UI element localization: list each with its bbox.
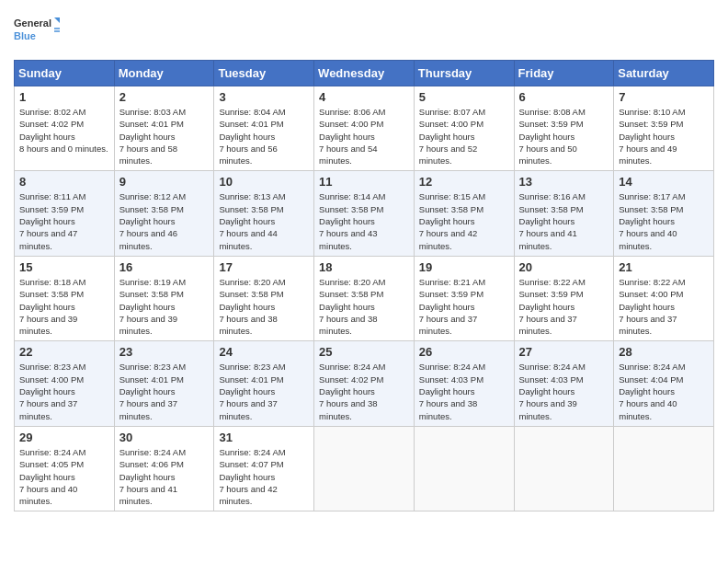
- sunrise-label: Sunrise: 8:22 AM: [619, 277, 685, 287]
- daylight-value: 7 hours and 41 minutes.: [519, 228, 577, 250]
- day-number: 22: [19, 345, 109, 359]
- daylight-value: 7 hours and 43 minutes.: [319, 228, 377, 250]
- day-info: Sunrise: 8:16 AM Sunset: 3:58 PM Dayligh…: [519, 190, 609, 251]
- calendar-cell: 9 Sunrise: 8:12 AM Sunset: 3:58 PM Dayli…: [114, 171, 214, 256]
- calendar-header-row: SundayMondayTuesdayWednesdayThursdayFrid…: [15, 61, 714, 86]
- daylight-label: Daylight hours: [19, 216, 75, 226]
- day-info: Sunrise: 8:22 AM Sunset: 3:59 PM Dayligh…: [519, 276, 609, 337]
- daylight-value: 7 hours and 42 minutes.: [219, 484, 277, 506]
- sunset-label: Sunset: 4:03 PM: [419, 374, 483, 385]
- daylight-value: 7 hours and 37 minutes.: [419, 314, 477, 336]
- day-info: Sunrise: 8:07 AM Sunset: 4:00 PM Dayligh…: [419, 106, 509, 167]
- sunset-label: Sunset: 4:01 PM: [119, 374, 184, 385]
- day-number: 23: [119, 345, 210, 359]
- daylight-value: 7 hours and 42 minutes.: [419, 228, 477, 250]
- day-number: 15: [19, 260, 109, 274]
- daylight-label: Daylight hours: [319, 216, 375, 226]
- logo: General Blue: [14, 14, 60, 52]
- daylight-label: Daylight hours: [119, 386, 176, 396]
- calendar-cell: 12 Sunrise: 8:15 AM Sunset: 3:58 PM Dayl…: [414, 171, 514, 256]
- daylight-label: Daylight hours: [19, 386, 75, 396]
- sunrise-label: Sunrise: 8:24 AM: [419, 362, 485, 372]
- daylight-value: 7 hours and 56 minutes.: [219, 144, 277, 166]
- calendar-cell: 27 Sunrise: 8:24 AM Sunset: 4:03 PM Dayl…: [514, 341, 614, 426]
- day-info: Sunrise: 8:17 AM Sunset: 3:58 PM Dayligh…: [619, 190, 709, 251]
- day-info: Sunrise: 8:19 AM Sunset: 3:58 PM Dayligh…: [119, 276, 210, 337]
- sunrise-label: Sunrise: 8:06 AM: [319, 107, 385, 117]
- calendar-cell: 22 Sunrise: 8:23 AM Sunset: 4:00 PM Dayl…: [15, 341, 115, 426]
- day-info: Sunrise: 8:02 AM Sunset: 4:02 PM Dayligh…: [19, 106, 109, 155]
- sunrise-label: Sunrise: 8:12 AM: [119, 191, 186, 201]
- sunrise-label: Sunrise: 8:11 AM: [19, 191, 85, 201]
- calendar-cell: 5 Sunrise: 8:07 AM Sunset: 4:00 PM Dayli…: [414, 86, 514, 171]
- sunrise-label: Sunrise: 8:24 AM: [119, 447, 186, 457]
- sunrise-label: Sunrise: 8:23 AM: [119, 362, 186, 372]
- day-number: 7: [619, 90, 709, 104]
- sunrise-label: Sunrise: 8:24 AM: [19, 447, 85, 457]
- daylight-label: Daylight hours: [419, 216, 475, 226]
- calendar-header-wednesday: Wednesday: [314, 61, 415, 86]
- calendar-cell: 2 Sunrise: 8:03 AM Sunset: 4:01 PM Dayli…: [114, 86, 214, 171]
- daylight-value: 7 hours and 41 minutes.: [119, 484, 177, 506]
- sunset-label: Sunset: 3:59 PM: [19, 204, 84, 214]
- calendar-header-friday: Friday: [514, 61, 614, 86]
- day-number: 9: [119, 175, 210, 189]
- day-info: Sunrise: 8:13 AM Sunset: 3:58 PM Dayligh…: [219, 190, 309, 251]
- sunset-label: Sunset: 4:05 PM: [19, 459, 84, 469]
- svg-text:General: General: [14, 17, 51, 29]
- day-number: 29: [19, 431, 109, 444]
- calendar-cell: 19 Sunrise: 8:21 AM Sunset: 3:59 PM Dayl…: [414, 256, 514, 340]
- logo-svg: General Blue: [14, 14, 60, 52]
- day-number: 18: [319, 260, 409, 274]
- day-number: 12: [419, 175, 509, 189]
- sunrise-label: Sunrise: 8:23 AM: [19, 362, 85, 372]
- daylight-value: 7 hours and 46 minutes.: [119, 228, 177, 250]
- sunrise-label: Sunrise: 8:20 AM: [319, 277, 385, 287]
- sunset-label: Sunset: 4:04 PM: [619, 374, 683, 385]
- sunset-label: Sunset: 4:03 PM: [519, 374, 584, 385]
- day-number: 26: [419, 345, 509, 359]
- sunrise-label: Sunrise: 8:14 AM: [319, 191, 385, 201]
- daylight-label: Daylight hours: [19, 472, 75, 482]
- day-number: 31: [219, 431, 309, 444]
- calendar-cell: 21 Sunrise: 8:22 AM Sunset: 4:00 PM Dayl…: [614, 256, 714, 340]
- calendar-header-saturday: Saturday: [614, 61, 714, 86]
- day-info: Sunrise: 8:21 AM Sunset: 3:59 PM Dayligh…: [419, 276, 509, 337]
- daylight-label: Daylight hours: [519, 132, 575, 142]
- calendar-week-3: 15 Sunrise: 8:18 AM Sunset: 3:58 PM Dayl…: [15, 256, 714, 340]
- daylight-value: 7 hours and 40 minutes.: [19, 484, 77, 506]
- day-info: Sunrise: 8:03 AM Sunset: 4:01 PM Dayligh…: [119, 106, 210, 167]
- calendar-cell: 8 Sunrise: 8:11 AM Sunset: 3:59 PM Dayli…: [15, 171, 115, 256]
- daylight-value: 7 hours and 52 minutes.: [419, 144, 477, 166]
- calendar-cell: 17 Sunrise: 8:20 AM Sunset: 3:58 PM Dayl…: [214, 256, 314, 340]
- calendar-cell: 30 Sunrise: 8:24 AM Sunset: 4:06 PM Dayl…: [114, 426, 214, 511]
- sunset-label: Sunset: 3:59 PM: [419, 289, 483, 299]
- calendar-week-4: 22 Sunrise: 8:23 AM Sunset: 4:00 PM Dayl…: [15, 341, 714, 426]
- sunset-label: Sunset: 3:58 PM: [119, 204, 184, 214]
- sunset-label: Sunset: 4:00 PM: [619, 289, 683, 299]
- calendar-table: SundayMondayTuesdayWednesdayThursdayFrid…: [14, 60, 714, 511]
- sunset-label: Sunset: 4:00 PM: [419, 119, 483, 129]
- calendar-header-tuesday: Tuesday: [214, 61, 314, 86]
- sunset-label: Sunset: 4:00 PM: [19, 374, 84, 385]
- day-number: 1: [19, 90, 109, 104]
- sunrise-label: Sunrise: 8:02 AM: [19, 107, 85, 117]
- daylight-value: 7 hours and 40 minutes.: [619, 228, 677, 250]
- daylight-label: Daylight hours: [519, 302, 575, 312]
- daylight-label: Daylight hours: [519, 216, 575, 226]
- day-number: 30: [119, 431, 210, 444]
- sunset-label: Sunset: 3:58 PM: [619, 204, 683, 214]
- calendar-cell: 13 Sunrise: 8:16 AM Sunset: 3:58 PM Dayl…: [514, 171, 614, 256]
- day-info: Sunrise: 8:18 AM Sunset: 3:58 PM Dayligh…: [19, 276, 109, 337]
- daylight-label: Daylight hours: [419, 386, 475, 396]
- day-info: Sunrise: 8:11 AM Sunset: 3:59 PM Dayligh…: [19, 190, 109, 251]
- daylight-label: Daylight hours: [119, 472, 176, 482]
- daylight-label: Daylight hours: [419, 132, 475, 142]
- daylight-label: Daylight hours: [319, 302, 375, 312]
- daylight-value: 7 hours and 37 minutes.: [219, 398, 277, 420]
- day-info: Sunrise: 8:24 AM Sunset: 4:05 PM Dayligh…: [19, 446, 109, 507]
- daylight-value: 7 hours and 40 minutes.: [619, 398, 677, 420]
- calendar-cell: [614, 426, 714, 511]
- sunrise-label: Sunrise: 8:10 AM: [619, 107, 685, 117]
- sunset-label: Sunset: 4:06 PM: [119, 459, 184, 469]
